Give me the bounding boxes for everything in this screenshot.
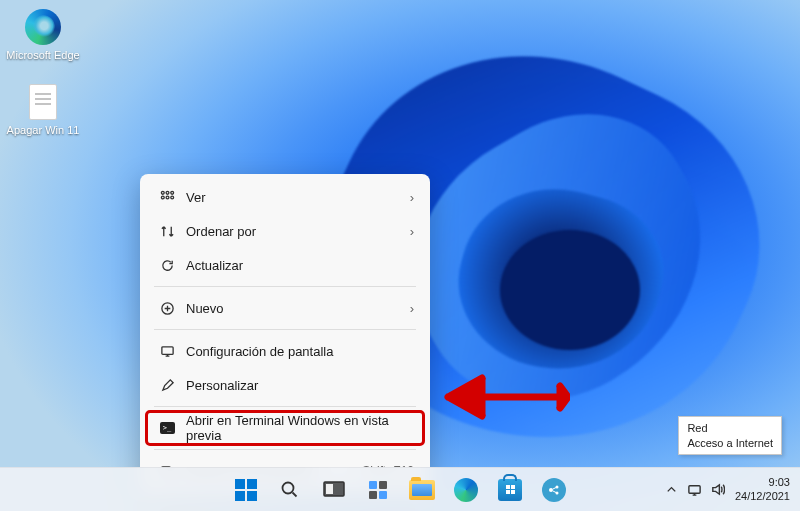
store-button[interactable] [490,470,530,510]
svg-rect-7 [161,346,172,354]
widgets-button[interactable] [358,470,398,510]
network-tooltip: Red Acceso a Internet [678,416,782,455]
text-file-icon [24,83,62,121]
store-icon [498,479,522,501]
svg-point-0 [161,191,164,194]
network-icon [687,482,702,497]
svg-point-5 [170,196,173,199]
svg-rect-16 [369,491,377,499]
menu-label: Actualizar [178,258,414,273]
clock-date: 24/12/2021 [735,490,790,503]
svg-rect-14 [369,481,377,489]
edge-icon [454,478,478,502]
svg-point-10 [283,482,294,493]
brush-icon [156,378,178,393]
widgets-icon [367,479,389,501]
task-view-icon [323,481,345,499]
menu-item-view[interactable]: Ver › [146,180,424,214]
tooltip-title: Red [687,421,773,435]
menu-label: Configuración de pantalla [178,344,414,359]
volume-icon [710,482,725,497]
svg-point-1 [166,191,169,194]
desktop-icons-area: Microsoft Edge Apagar Win 11 [6,4,80,140]
menu-label: Nuevo [178,301,410,316]
task-view-button[interactable] [314,470,354,510]
menu-label: Personalizar [178,378,414,393]
svg-point-18 [549,488,553,492]
desktop-icon-file[interactable]: Apagar Win 11 [6,79,80,140]
menu-label: Ver [178,190,410,205]
svg-rect-15 [379,481,387,489]
edge-icon [24,8,62,46]
desktop-icon-label: Microsoft Edge [6,49,79,61]
folder-icon [409,480,435,500]
annotation-arrow [440,372,570,432]
svg-rect-13 [326,484,333,494]
app-icon [542,478,566,502]
taskbar-clock[interactable]: 9:03 24/12/2021 [735,476,794,502]
menu-divider [154,329,416,330]
chevron-right-icon: › [410,190,414,205]
menu-item-sort[interactable]: Ordenar por › [146,214,424,248]
refresh-icon [156,258,178,273]
menu-label: Abrir en Terminal Windows en vista previ… [178,413,414,443]
system-tray[interactable] [664,482,725,497]
grid-icon [156,190,178,205]
menu-item-new[interactable]: Nuevo › [146,291,424,325]
menu-divider [154,406,416,407]
svg-point-2 [170,191,173,194]
windows-logo-icon [235,479,257,501]
chevron-right-icon: › [410,224,414,239]
display-icon [156,344,178,359]
svg-rect-21 [689,486,700,494]
start-button[interactable] [226,470,266,510]
svg-point-3 [161,196,164,199]
menu-item-open-terminal[interactable]: Abrir en Terminal Windows en vista previ… [146,411,424,445]
tooltip-text: Acceso a Internet [687,436,773,450]
desktop-context-menu: Ver › Ordenar por › Actualizar Nuevo › C… [140,174,430,494]
sort-icon [156,224,178,239]
search-icon [280,480,300,500]
svg-point-4 [166,196,169,199]
menu-divider [154,286,416,287]
file-explorer-button[interactable] [402,470,442,510]
chevron-up-icon [664,482,679,497]
menu-label: Ordenar por [178,224,410,239]
menu-item-display-settings[interactable]: Configuración de pantalla [146,334,424,368]
taskbar-right: 9:03 24/12/2021 [664,476,794,502]
menu-item-personalize[interactable]: Personalizar [146,368,424,402]
plus-circle-icon [156,301,178,316]
app-button[interactable] [534,470,574,510]
terminal-icon [156,422,178,434]
clock-time: 9:03 [735,476,790,489]
menu-item-refresh[interactable]: Actualizar [146,248,424,282]
chevron-right-icon: › [410,301,414,316]
menu-divider [154,449,416,450]
taskbar-center [226,470,574,510]
search-button[interactable] [270,470,310,510]
edge-button[interactable] [446,470,486,510]
desktop-icon-edge[interactable]: Microsoft Edge [6,4,80,65]
taskbar: 9:03 24/12/2021 [0,467,800,511]
svg-rect-17 [379,491,387,499]
desktop-icon-label: Apagar Win 11 [7,124,80,136]
